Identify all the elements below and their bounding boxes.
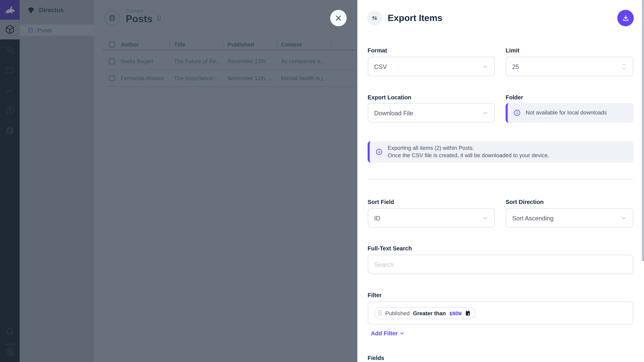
app-root: Directus Posts Content Posts Author Titl…	[0, 0, 644, 362]
add-filter-button[interactable]: Add Filter	[371, 330, 405, 337]
chevron-down-icon	[482, 110, 488, 116]
sort-direction-label: Sort Direction	[506, 199, 544, 205]
limit-value: 25	[512, 63, 621, 70]
format-label: Format	[368, 47, 387, 54]
filter-field[interactable]: Published	[385, 310, 410, 316]
sort-field-value: ID	[374, 215, 482, 222]
search-input[interactable]	[368, 254, 633, 274]
limit-label: Limit	[506, 47, 520, 54]
add-filter-label: Add Filter	[371, 330, 398, 337]
format-select[interactable]: CSV	[368, 57, 495, 76]
filter-label: Filter	[368, 292, 382, 298]
info-icon	[513, 109, 521, 116]
chevron-down-icon	[482, 63, 488, 69]
folder-notice: Not available for local downloads	[506, 103, 634, 123]
stepper-down-icon	[621, 67, 627, 70]
stepper-up-icon	[621, 63, 627, 66]
format-value: CSV	[374, 63, 482, 70]
export-location-value: Download File	[374, 109, 482, 116]
export-notice-line1: Exporting all items (2) within Posts.	[388, 144, 549, 152]
import-export-icon-button[interactable]	[367, 11, 382, 25]
limit-input[interactable]: 25	[506, 57, 634, 76]
download-icon	[622, 14, 630, 22]
import-export-icon	[371, 14, 378, 22]
scrollbar-thumb[interactable]	[642, 0, 644, 261]
export-location-select[interactable]: Download File	[368, 103, 495, 123]
sort-field-select[interactable]: ID	[368, 208, 495, 228]
close-icon	[335, 14, 342, 22]
chevron-down-icon	[482, 215, 488, 221]
section-divider	[368, 179, 633, 180]
info-icon	[375, 148, 383, 156]
filter-rule-chip[interactable]: Published Greater than $NOW	[374, 307, 476, 319]
calendar-icon	[465, 310, 470, 316]
chevron-down-icon	[620, 215, 627, 221]
sort-direction-select[interactable]: Sort Ascending	[506, 208, 634, 228]
drawer-overlay[interactable]	[0, 0, 358, 362]
search-label: Full-Text Search	[368, 245, 412, 252]
start-export-button[interactable]	[617, 10, 634, 26]
drag-handle-icon[interactable]	[378, 310, 382, 316]
sort-field-label: Sort Field	[368, 199, 394, 205]
fields-label: Fields	[368, 355, 384, 361]
filter-value[interactable]: $NOW	[449, 310, 462, 316]
filter-operator[interactable]: Greater than	[413, 310, 446, 316]
folder-notice-text: Not available for local downloads	[526, 109, 607, 116]
export-notice-line2: Once the CSV file is created, it will be…	[388, 152, 549, 159]
close-drawer-button[interactable]	[330, 10, 347, 26]
export-notice: Exporting all items (2) within Posts. On…	[368, 141, 633, 162]
chevron-down-icon	[399, 331, 405, 336]
number-stepper[interactable]	[621, 63, 627, 70]
drawer-title: Export Items	[388, 13, 442, 23]
sort-direction-value: Sort Ascending	[512, 215, 621, 222]
folder-label: Folder	[506, 94, 523, 100]
export-location-label: Export Location	[368, 94, 412, 100]
